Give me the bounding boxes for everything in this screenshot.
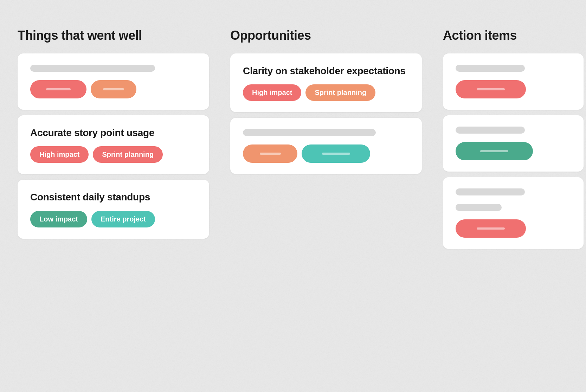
placeholder-bar-action3b: [456, 204, 502, 211]
card-daily-standups: Consistent daily standups Low impact Ent…: [18, 180, 209, 238]
tags-story: High impact Sprint planning: [30, 146, 197, 163]
tag-high-impact-story[interactable]: High impact: [30, 146, 89, 163]
tags-action3: [456, 219, 571, 238]
placeholder-bar: [30, 65, 155, 72]
tag-sprint-planning-story[interactable]: Sprint planning: [93, 146, 163, 163]
column-action-items: Action items: [443, 28, 584, 255]
tag-high-impact-stakeholder[interactable]: High impact: [243, 84, 301, 101]
skeleton-tag-teal-opp: [302, 144, 370, 163]
column-went-well-title: Things that went well: [18, 28, 209, 43]
column-went-well: Things that went well Accurate story poi…: [18, 28, 209, 244]
skeleton-tag-red: [30, 80, 86, 98]
columns-wrapper: Things that went well Accurate story poi…: [18, 28, 568, 255]
column-opportunities-title: Opportunities: [230, 28, 422, 43]
tag-sprint-planning-stakeholder[interactable]: Sprint planning: [305, 84, 375, 101]
tags-stakeholder: High impact Sprint planning: [243, 84, 409, 101]
column-action-title: Action items: [443, 28, 584, 43]
tags-action2: [456, 142, 571, 160]
tag-entire-project[interactable]: Entire project: [91, 211, 155, 227]
card-action-3: [443, 177, 584, 249]
placeholder-bar-action3: [456, 188, 525, 195]
placeholder-bar-action1: [456, 65, 525, 72]
placeholder-bar-action2: [456, 127, 525, 134]
tags-row: [30, 80, 197, 98]
card-stakeholder-expectations: Clarity on stakeholder expectations High…: [230, 53, 422, 112]
card-standups-title: Consistent daily standups: [30, 191, 197, 204]
card-placeholder-went-well: [18, 53, 209, 110]
card-stakeholder-title: Clarity on stakeholder expectations: [243, 65, 409, 77]
tags-standups: Low impact Entire project: [30, 211, 197, 227]
skeleton-tag-salmon: [91, 80, 136, 98]
card-placeholder-opportunities: [230, 118, 422, 174]
tags-row-opp: [243, 144, 409, 163]
card-story-point-usage: Accurate story point usage High impact S…: [18, 115, 209, 174]
tag-low-impact[interactable]: Low impact: [30, 211, 87, 227]
card-story-title: Accurate story point usage: [30, 127, 197, 139]
skeleton-tag-coral-1: [456, 80, 526, 98]
skeleton-tag-salmon-opp: [243, 144, 297, 163]
card-action-2: [443, 115, 584, 172]
column-opportunities: Opportunities Clarity on stakeholder exp…: [230, 28, 422, 180]
card-action-1: [443, 53, 584, 110]
skeleton-tag-red-3: [456, 219, 526, 238]
skeleton-tag-green-2: [456, 142, 533, 160]
tags-action1: [456, 80, 571, 98]
placeholder-bar-opp: [243, 129, 376, 136]
